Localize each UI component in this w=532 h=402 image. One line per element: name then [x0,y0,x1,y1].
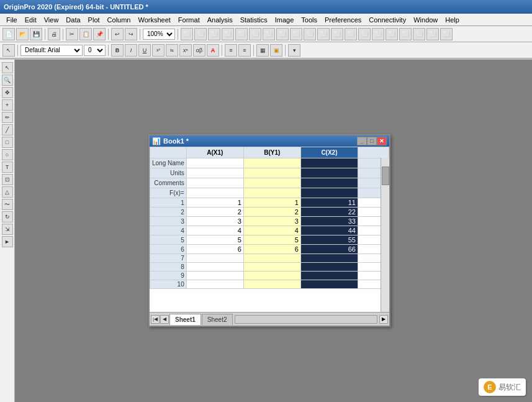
cell-3-c[interactable]: 33 [300,217,358,226]
sub-button[interactable]: x₂ [166,44,178,57]
tab-scroll-right[interactable]: ▶ [379,315,388,324]
longname-a[interactable] [186,158,243,168]
copy-button[interactable]: 📋 [79,28,92,40]
tb-btn10[interactable]: ⬜ [304,28,316,40]
redo-button[interactable]: ↪ [125,28,137,40]
cell-4-a[interactable]: 4 [186,226,243,235]
cell-1-c[interactable]: 11 [300,198,358,208]
col-header-a[interactable]: A(X1) [186,147,243,158]
cell-10-c[interactable] [300,280,358,289]
tb-btn16[interactable]: ⬜ [385,28,398,40]
tool-text[interactable]: T [2,162,13,173]
tb-btn17[interactable]: ⬜ [399,28,412,40]
cell-8-b[interactable] [243,263,300,272]
comments-b[interactable] [243,178,300,188]
cell-7-c[interactable] [300,254,358,263]
cell-8-c[interactable] [300,263,358,272]
save-button[interactable]: 💾 [30,28,42,40]
fontsize-dropdown[interactable]: 0 8 10 12 [84,45,106,56]
tb-btn12[interactable]: ⬜ [331,28,343,40]
tool-draw1[interactable]: ✏ [2,112,13,123]
tool-scale[interactable]: ⇲ [2,224,13,235]
cell-9-c[interactable] [300,272,358,280]
cell-8-a[interactable] [186,263,243,272]
menu-worksheet[interactable]: Worksheet [134,15,174,25]
menu-help[interactable]: Help [441,15,463,25]
longname-c[interactable] [300,158,358,168]
cell-6-a[interactable]: 6 [186,245,243,254]
menu-data[interactable]: Data [62,15,84,25]
cell-2-b[interactable]: 2 [243,208,300,217]
menu-image[interactable]: Image [271,15,298,25]
cell-3-b[interactable]: 3 [243,217,300,226]
italic-button[interactable]: I [125,44,137,57]
greek-button[interactable]: αβ [193,44,205,57]
cell-10-b[interactable] [243,280,300,289]
tb-btn14[interactable]: ⬜ [358,28,371,40]
menu-column[interactable]: Column [104,15,135,25]
tool-crosshair[interactable]: + [2,99,13,111]
units-a[interactable] [186,168,243,178]
menu-connectivity[interactable]: Connectivity [365,15,410,25]
menu-format[interactable]: Format [174,15,204,25]
tool-rotate[interactable]: ↻ [2,211,13,222]
tb-btn8[interactable]: ⬜ [276,28,289,40]
cell-2-c[interactable]: 22 [300,208,358,217]
tb-btn1[interactable]: ⬜ [181,28,193,40]
tb-btn4[interactable]: ⬜ [222,28,234,40]
book1-titlebar[interactable]: 📊 Book1 * _ □ ✕ [150,135,389,147]
units-c[interactable] [300,168,358,178]
cell-5-a[interactable]: 5 [186,235,243,245]
formula-b[interactable] [243,188,300,198]
menu-analysis[interactable]: Analysis [204,15,237,25]
cell-9-a[interactable] [186,272,243,280]
zoom-dropdown[interactable]: 100% 75% 150% [143,29,175,40]
menu-edit[interactable]: Edit [21,15,40,25]
cell-1-a[interactable]: 1 [186,198,243,208]
paste-button[interactable]: 📌 [93,28,106,40]
close-button[interactable]: ✕ [377,137,387,145]
cell-9-b[interactable] [243,272,300,280]
tb-btn18[interactable]: ⬜ [413,28,425,40]
align-center[interactable]: ≡ [238,44,251,57]
tool-poly[interactable]: △ [2,186,13,198]
super-button[interactable]: x² [152,44,165,57]
comments-c[interactable] [300,178,358,188]
tab-nav-first[interactable]: |◀ [151,315,160,324]
cell-5-b[interactable]: 5 [243,235,300,245]
cell-3-a[interactable]: 3 [186,217,243,226]
border-btn[interactable]: ▦ [256,44,269,57]
open-button[interactable]: 📂 [16,28,29,40]
vertical-scrollbar[interactable] [381,158,389,312]
cut-button[interactable]: ✂ [66,28,78,40]
bold-button[interactable]: B [111,44,124,57]
tool-move[interactable]: ✥ [2,87,13,98]
col-header-c[interactable]: C(X2) [300,147,358,158]
align-left[interactable]: ≡ [225,44,237,57]
tb-btn5[interactable]: ⬜ [235,28,248,40]
cell-6-b[interactable]: 6 [243,245,300,254]
col-header-b[interactable]: B(Y1) [243,147,300,158]
tab-nav-prev[interactable]: ◀ [160,315,169,324]
sheet-tab-sheet1[interactable]: Sheet1 [169,314,201,325]
undo-button[interactable]: ↩ [111,28,124,40]
tb-btn13[interactable]: ⬜ [345,28,357,40]
tool-rect[interactable]: □ [2,137,13,148]
menu-tools[interactable]: Tools [297,15,321,25]
script-button[interactable]: xⁿ [179,44,192,57]
tb-btn20[interactable]: ⬜ [440,28,453,40]
longname-b[interactable] [243,158,300,168]
fontcolor-button[interactable]: A [207,44,219,57]
format-arrow[interactable]: ↖ [2,44,15,57]
tb-btn2[interactable]: ⬜ [194,28,207,40]
cell-2-a[interactable]: 2 [186,208,243,217]
formula-a[interactable] [186,188,243,198]
cell-1-b[interactable]: 1 [243,198,300,208]
tool-arrow[interactable]: ↖ [2,62,13,73]
comments-a[interactable] [186,178,243,188]
cell-4-c[interactable]: 44 [300,226,358,235]
tb-btn19[interactable]: ⬜ [426,28,439,40]
cell-4-b[interactable]: 4 [243,226,300,235]
fill-btn[interactable]: ▣ [270,44,282,57]
more-btn[interactable]: ▾ [288,44,300,57]
